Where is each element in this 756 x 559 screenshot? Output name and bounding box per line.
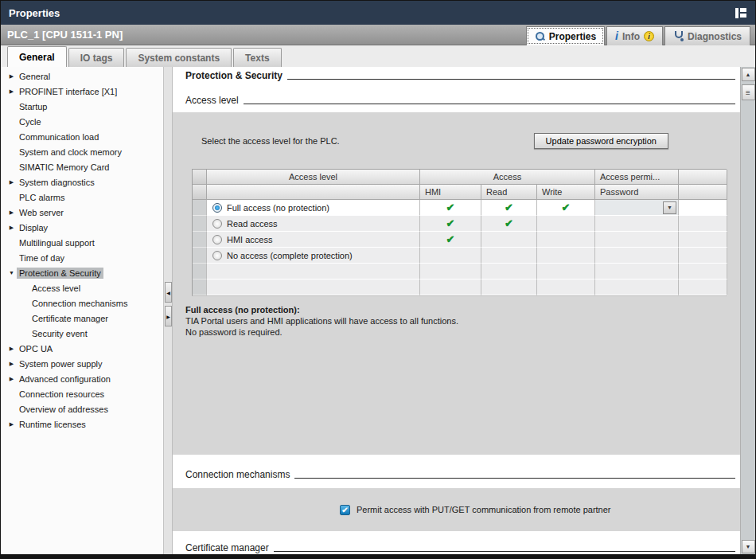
row-gutter <box>193 264 207 280</box>
tab-texts[interactable]: Texts <box>233 48 281 67</box>
column-header-password[interactable]: Password <box>595 185 679 200</box>
sidebar-item-system-power-supply[interactable]: System power supply <box>1 356 163 371</box>
pane-tab-group: Properties i Info i Diagnostics <box>526 26 750 45</box>
section-access-level: Access level <box>173 95 740 106</box>
column-header-read[interactable]: Read <box>481 185 537 200</box>
vertical-scrollbar[interactable]: ▲ ≡ ▼ <box>740 67 755 554</box>
sidebar-item-security-event[interactable]: Security event <box>1 326 163 341</box>
sidebar-item-startup[interactable]: Startup <box>1 99 163 114</box>
title-bar: Properties <box>1 1 755 25</box>
pane-tab-label: Properties <box>549 31 596 42</box>
scrollbar-track[interactable] <box>741 100 755 540</box>
chevron-right-icon[interactable] <box>6 88 17 95</box>
sidebar-item-communication-load[interactable]: Communication load <box>1 129 163 144</box>
sidebar-item-label: Communication load <box>17 131 101 143</box>
sidebar-item-connection-mechanisms[interactable]: Connection mechanisms <box>1 295 163 311</box>
row-cell-empty <box>595 248 679 264</box>
sidebar-item-cycle[interactable]: Cycle <box>1 114 163 129</box>
column-header-hmi[interactable]: HMI <box>420 185 481 200</box>
section-title: Certificate manager <box>185 542 269 553</box>
chevron-right-icon[interactable] <box>6 73 17 80</box>
chevron-down-icon[interactable] <box>6 270 17 276</box>
sidebar-item-label: Advanced configuration <box>17 373 113 385</box>
row-cell-empty <box>537 216 595 232</box>
scrollbar-thumb[interactable]: ≡ <box>742 84 755 100</box>
column-header-access-level[interactable]: Access level <box>207 170 420 185</box>
sidebar-item-label: Access level <box>29 283 83 294</box>
sidebar-item-runtime-licenses[interactable]: Runtime licenses <box>1 416 163 432</box>
sidebar-item-system-clock-memory[interactable]: System and clock memory <box>1 144 163 159</box>
chevron-right-icon[interactable] <box>6 225 17 231</box>
radio-no-access[interactable] <box>212 251 222 260</box>
check-icon <box>505 201 513 213</box>
table-row-hmi-access[interactable]: HMI access <box>193 232 726 248</box>
sidebar-item-overview-of-addresses[interactable]: Overview of addresses <box>1 401 163 416</box>
sidebar-item-multilingual-support[interactable]: Multilingual support <box>1 235 163 250</box>
chevron-right-icon[interactable] <box>6 421 17 428</box>
radio-read-access[interactable] <box>212 219 222 229</box>
sidebar-item-connection-resources[interactable]: Connection resources <box>1 386 163 401</box>
row-cell-empty <box>679 248 727 264</box>
sidebar-item-label: Web server <box>17 207 66 218</box>
sidebar-item-certificate-manager[interactable]: Certificate manager <box>1 311 163 326</box>
access-level-option-label: Read access <box>227 219 278 229</box>
sidebar-item-label: Protection & Security <box>17 268 103 279</box>
tab-system-constants[interactable]: System constants <box>126 48 232 67</box>
sidebar-item-display[interactable]: Display <box>1 220 163 235</box>
tab-label: IO tags <box>80 53 113 64</box>
table-row-full-access[interactable]: Full access (no protection) ▼ <box>193 200 726 216</box>
sidebar-item-plc-alarms[interactable]: PLC alarms <box>1 190 163 205</box>
sidebar-item-access-level[interactable]: Access level <box>1 280 163 295</box>
chevron-right-icon[interactable] <box>6 209 17 216</box>
sidebar-item-label: OPC UA <box>17 343 55 354</box>
pane-tab-properties[interactable]: Properties <box>526 26 605 45</box>
section-title: Protection & Security <box>185 70 283 81</box>
expand-right-icon[interactable]: ▶ <box>165 306 172 326</box>
radio-full-access[interactable] <box>212 203 222 213</box>
sidebar-item-label: Multilingual support <box>17 237 97 248</box>
properties-magnifier-icon <box>535 31 545 41</box>
sidebar-item-protection-security[interactable]: Protection & Security <box>1 265 163 280</box>
settings-content: Protection & Security Access level Selec… <box>173 67 740 554</box>
radio-hmi-access[interactable] <box>212 235 222 244</box>
sidebar-item-profinet-interface[interactable]: PROFINET interface [X1] <box>1 84 163 99</box>
tab-io-tags[interactable]: IO tags <box>68 48 125 67</box>
password-dropdown-button[interactable]: ▼ <box>663 201 676 214</box>
sidebar-item-web-server[interactable]: Web server <box>1 205 163 220</box>
column-header-empty <box>679 170 727 185</box>
main-area: General PROFINET interface [X1] Startup … <box>1 67 755 554</box>
pane-splitter[interactable]: ◀ ▶ <box>164 67 173 554</box>
section-title: Connection mechanisms <box>185 469 290 480</box>
tab-strip: General IO tags System constants Texts <box>1 45 755 67</box>
dock-layout-icon[interactable] <box>735 8 747 18</box>
check-icon <box>446 233 455 245</box>
sidebar-item-time-of-day[interactable]: Time of day <box>1 250 163 265</box>
sidebar-item-system-diagnostics[interactable]: System diagnostics <box>1 174 163 190</box>
collapse-left-icon[interactable]: ◀ <box>165 282 172 303</box>
scroll-down-icon[interactable]: ▼ <box>742 540 755 553</box>
chevron-right-icon[interactable] <box>6 179 17 186</box>
column-header-write[interactable]: Write <box>537 185 595 200</box>
scroll-up-icon[interactable]: ▲ <box>742 68 755 81</box>
sidebar-item-label: Time of day <box>17 252 67 264</box>
tab-general[interactable]: General <box>7 46 67 67</box>
section-protection-security: Protection & Security <box>173 70 740 81</box>
sidebar-item-advanced-configuration[interactable]: Advanced configuration <box>1 371 163 386</box>
sidebar-item-general[interactable]: General <box>1 68 163 84</box>
update-password-encryption-button[interactable]: Update password encryption <box>534 133 668 149</box>
table-row-no-access[interactable]: No access (complete protection) <box>193 248 726 264</box>
chevron-right-icon[interactable] <box>6 361 17 367</box>
sidebar-item-opc-ua[interactable]: OPC UA <box>1 341 163 356</box>
chevron-right-icon[interactable] <box>6 376 17 382</box>
sidebar-item-simatic-memory-card[interactable]: SIMATIC Memory Card <box>1 159 163 174</box>
chevron-right-icon[interactable] <box>6 346 17 352</box>
row-gutter <box>193 200 207 216</box>
table-row-read-access[interactable]: Read access <box>193 216 726 232</box>
pane-tab-diagnostics[interactable]: Diagnostics <box>664 26 750 45</box>
put-get-checkbox[interactable]: ✔ <box>340 505 350 515</box>
column-header-access[interactable]: Access <box>420 170 595 185</box>
pane-tab-info[interactable]: i Info i <box>606 26 663 45</box>
column-header-access-permission[interactable]: Access permi... <box>595 170 679 185</box>
element-title: PLC_1 [CPU 1511-1 PN] <box>7 29 123 41</box>
row-cell-empty <box>595 232 679 248</box>
